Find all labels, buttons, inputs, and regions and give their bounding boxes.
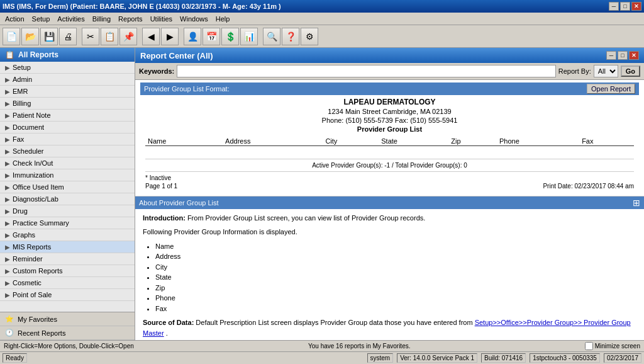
tool-back[interactable]: ◀ [142, 28, 160, 45]
sidebar: 📋 All Reports ▶ Setup ▶ Admin ▶ EMR ▶ Bi… [0, 48, 135, 340]
menu-reports[interactable]: Reports [114, 14, 147, 24]
toolbar: 📄 📂 💾 🖨 ✂ 📋 📌 ◀ ▶ 👤 📅 💲 📊 🔍 ❓ ⚙ [0, 25, 644, 48]
sidebar-item-admin[interactable]: ▶ Admin [0, 74, 135, 86]
menu-windows[interactable]: Windows [176, 14, 212, 24]
tool-new[interactable]: 📄 [3, 28, 20, 45]
expand-icon-emr: ▶ [5, 88, 10, 95]
report-center-controls: ─ □ ✕ [606, 51, 639, 60]
open-report-button[interactable]: Open Report [587, 84, 635, 94]
tool-billing[interactable]: 💲 [221, 28, 239, 45]
minimize-checkbox[interactable] [585, 342, 593, 350]
status-left: Ready [3, 353, 27, 363]
expand-icon-pos: ▶ [5, 292, 10, 299]
minimize-btn[interactable]: ─ [609, 2, 619, 11]
sidebar-item-immunization[interactable]: ▶ Immunization [0, 169, 135, 181]
go-button[interactable]: Go [621, 65, 640, 77]
recent-icon: 🕐 [5, 329, 14, 337]
sidebar-item-mis-reports[interactable]: ▶ MIS Reports [0, 241, 135, 253]
my-favorites-item[interactable]: ⭐ My Favorites [0, 312, 135, 326]
list-item-state: State [155, 272, 636, 283]
tool-open[interactable]: 📂 [21, 28, 39, 45]
status-server: 1stpctouch3 - 0050335 [530, 353, 600, 363]
tool-patient[interactable]: 👤 [184, 28, 201, 45]
menu-activities[interactable]: Activities [53, 14, 88, 24]
sidebar-item-office-used-item[interactable]: ▶ Office Used Item [0, 181, 135, 193]
rc-minimize-btn[interactable]: ─ [606, 51, 616, 60]
sidebar-item-custom-reports[interactable]: ▶ Custom Reports [0, 265, 135, 277]
sidebar-item-billing[interactable]: ▶ Billing [0, 98, 135, 110]
sidebar-footer: ⭐ My Favorites 🕐 Recent Reports [0, 312, 135, 340]
col-zip: Zip [448, 137, 497, 146]
sidebar-label-graphs: Graphs [13, 231, 35, 239]
main-container: 📋 All Reports ▶ Setup ▶ Admin ▶ EMR ▶ Bi… [0, 48, 644, 340]
minimize-check[interactable]: Minimize screen [585, 342, 640, 350]
sidebar-label-office-used-item: Office Used Item [13, 183, 64, 191]
sidebar-label-emr: EMR [13, 88, 28, 95]
status-bar: Ready system Ver: 14.0.0 Service Pack 1 … [0, 351, 644, 364]
menu-utilities[interactable]: Utilities [147, 14, 176, 24]
sidebar-label-drug: Drug [13, 207, 28, 215]
rc-close-btn[interactable]: ✕ [629, 51, 639, 60]
expand-icon-mis: ▶ [5, 244, 10, 251]
sidebar-item-setup[interactable]: ▶ Setup [0, 62, 135, 74]
about-expand-icon[interactable]: ⊞ [633, 198, 640, 208]
about-title: About Provider Group List [139, 199, 219, 207]
expand-icon-graphs: ▶ [5, 232, 10, 239]
menu-bar: Action Setup Activities Billing Reports … [0, 13, 644, 25]
sidebar-item-cosmetic[interactable]: ▶ Cosmetic [0, 277, 135, 289]
sidebar-item-scheduler[interactable]: ▶ Scheduler [0, 145, 135, 157]
tool-forward[interactable]: ▶ [161, 28, 179, 45]
close-btn[interactable]: ✕ [631, 2, 641, 11]
about-header: About Provider Group List ⊞ [135, 196, 644, 209]
tool-schedule[interactable]: 📅 [203, 28, 220, 45]
menu-help[interactable]: Help [212, 14, 234, 24]
maximize-btn[interactable]: □ [620, 2, 630, 11]
sidebar-item-document[interactable]: ▶ Document [0, 122, 135, 134]
sidebar-label-mis-reports: MIS Reports [13, 243, 51, 251]
sidebar-label-check-inout: Check In/Out [13, 159, 53, 167]
sidebar-item-diagnostic[interactable]: ▶ Diagnostic/Lab [0, 193, 135, 205]
col-phone: Phone [497, 137, 579, 146]
tool-help[interactable]: ❓ [282, 28, 299, 45]
sidebar-item-check-inout[interactable]: ▶ Check In/Out [0, 157, 135, 169]
sidebar-item-practice-summary[interactable]: ▶ Practice Summary [0, 217, 135, 229]
menu-setup[interactable]: Setup [28, 14, 54, 24]
tool-paste[interactable]: 📌 [119, 28, 137, 45]
keywords-input[interactable] [177, 65, 556, 77]
sidebar-item-drug[interactable]: ▶ Drug [0, 205, 135, 217]
intro-label: Introduction: [143, 214, 186, 222]
sidebar-scroll[interactable]: ▶ Setup ▶ Admin ▶ EMR ▶ Billing ▶ Patien… [0, 62, 135, 312]
tool-save[interactable]: 💾 [40, 28, 58, 45]
menu-action[interactable]: Action [1, 14, 28, 24]
minimize-label: Minimize screen [595, 343, 640, 350]
expand-icon-immunization: ▶ [5, 172, 10, 179]
status-ready: Ready [3, 353, 27, 363]
favorites-icon: ⭐ [5, 315, 14, 323]
sidebar-item-graphs[interactable]: ▶ Graphs [0, 229, 135, 241]
favorites-label: My Favorites [18, 316, 57, 323]
sidebar-item-reminder[interactable]: ▶ Reminder [0, 253, 135, 265]
tool-cut[interactable]: ✂ [82, 28, 99, 45]
expand-icon-billing: ▶ [5, 100, 10, 107]
sidebar-label-setup: Setup [13, 64, 31, 71]
recent-reports-item[interactable]: 🕐 Recent Reports [0, 326, 135, 340]
tool-print[interactable]: 🖨 [59, 28, 77, 45]
report-by-select[interactable]: All [594, 65, 618, 77]
col-address: Address [223, 137, 323, 146]
status-build: Build: 071416 [481, 353, 526, 363]
provider-group-section: Provider Group List Format: Open Report … [135, 80, 644, 196]
sidebar-label-diagnostic: Diagnostic/Lab [13, 195, 58, 203]
tool-search[interactable]: 🔍 [263, 28, 280, 45]
sidebar-item-fax[interactable]: ▶ Fax [0, 134, 135, 145]
tool-copy[interactable]: 📋 [101, 28, 118, 45]
menu-billing[interactable]: Billing [89, 14, 114, 24]
rc-maximize-btn[interactable]: □ [618, 51, 628, 60]
sidebar-item-emr[interactable]: ▶ EMR [0, 86, 135, 98]
tool-report[interactable]: 📊 [240, 28, 258, 45]
report-by-label: Report By: [558, 67, 591, 75]
col-name: Name [145, 137, 223, 146]
sidebar-item-patient-note[interactable]: ▶ Patient Note [0, 110, 135, 122]
source-end: . [166, 329, 168, 337]
tool-settings[interactable]: ⚙ [301, 28, 318, 45]
sidebar-item-point-of-sale[interactable]: ▶ Point of Sale [0, 289, 135, 301]
